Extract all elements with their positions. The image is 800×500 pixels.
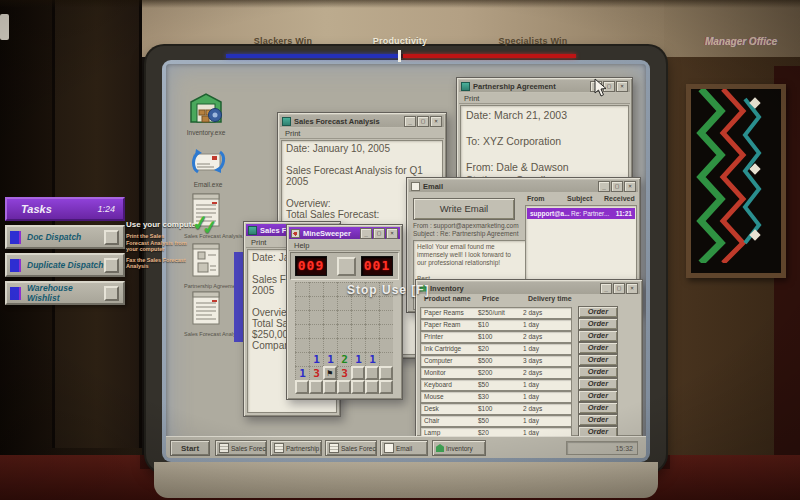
mine-cell[interactable] [351, 324, 365, 338]
order-button[interactable]: Order [578, 318, 618, 330]
mine-cell[interactable] [323, 282, 337, 296]
titlebar[interactable]: Sales Forecast Analysis _□× [280, 115, 444, 127]
mine-cell[interactable] [365, 380, 379, 394]
order-button[interactable]: Order [578, 330, 618, 342]
taskbar-button-email[interactable]: Email [380, 440, 428, 456]
order-button[interactable]: Order [578, 354, 618, 366]
close-icon[interactable]: × [626, 283, 638, 294]
close-icon[interactable]: × [430, 116, 442, 127]
order-button[interactable]: Order [578, 426, 618, 436]
maximize-icon[interactable]: □ [611, 181, 623, 192]
mine-cell[interactable] [351, 296, 365, 310]
mine-cell[interactable] [295, 324, 309, 338]
maximize-icon[interactable]: □ [373, 228, 385, 239]
mine-cell[interactable] [323, 338, 337, 352]
minimize-icon[interactable]: _ [598, 181, 610, 192]
mine-cell[interactable]: 1 [323, 352, 337, 366]
close-icon[interactable]: × [624, 181, 636, 192]
mine-cell[interactable]: 2 [337, 352, 351, 366]
mine-cell[interactable] [309, 324, 323, 338]
mine-cell[interactable] [323, 310, 337, 324]
mine-cell[interactable] [295, 296, 309, 310]
write-email-button[interactable]: Write Email [413, 198, 515, 220]
mine-cell[interactable] [379, 380, 393, 394]
mine-cell[interactable] [365, 296, 379, 310]
email-icon [190, 146, 226, 176]
mine-cell[interactable] [379, 296, 393, 310]
taskbar-button-inventory[interactable]: Inventory [432, 440, 486, 456]
titlebar[interactable]: MineSweeper _□× [289, 227, 400, 239]
mine-cell[interactable] [379, 366, 393, 380]
mine-cell[interactable] [309, 282, 323, 296]
mine-cell[interactable] [365, 366, 379, 380]
taskbar-button-partnership[interactable]: Partnership A [270, 440, 322, 456]
maximize-icon[interactable]: □ [417, 116, 429, 127]
mine-cell[interactable] [295, 352, 309, 366]
order-button[interactable]: Order [578, 390, 618, 402]
desktop-icon-email[interactable]: Email.exe [182, 146, 234, 188]
minimize-icon[interactable]: _ [600, 283, 612, 294]
start-button[interactable]: Start [170, 440, 210, 456]
close-icon[interactable]: × [386, 228, 398, 239]
mine-cell[interactable] [351, 380, 365, 394]
mine-cell[interactable] [337, 324, 351, 338]
mine-cell[interactable]: 3 [309, 366, 323, 380]
mine-cell[interactable] [323, 324, 337, 338]
taskbar-button-sales-1[interactable]: Sales Forecas [215, 440, 267, 456]
mine-cell[interactable]: 1 [365, 352, 379, 366]
desktop-icon-sales-doc-2[interactable]: Sales Forecast Analysis.txt [184, 288, 228, 337]
menu-help[interactable]: Help [289, 240, 400, 251]
order-button[interactable]: Order [578, 378, 618, 390]
mine-cell[interactable] [379, 338, 393, 352]
mine-cell[interactable]: 1 [309, 352, 323, 366]
taskbar-button-sales-2[interactable]: Sales Forecas [325, 440, 377, 456]
order-button[interactable]: Order [578, 306, 618, 318]
mine-cell[interactable] [309, 310, 323, 324]
mine-cell[interactable] [351, 366, 365, 380]
task-checkbox[interactable] [104, 258, 119, 273]
mine-cell[interactable] [295, 282, 309, 296]
minesweeper-counter-panel: 009 001 [290, 252, 399, 280]
task-checkbox[interactable] [104, 286, 119, 301]
titlebar[interactable]: Email _□× [409, 180, 638, 192]
minimize-icon[interactable]: _ [404, 116, 416, 127]
titlebar[interactable]: Inventory _□× [418, 282, 640, 294]
desktop-icon-inventory[interactable]: Inventory.exe [180, 92, 232, 136]
inventory-item-field: Lamp$201 day [420, 427, 572, 436]
order-button[interactable]: Order [578, 366, 618, 378]
mine-cell[interactable]: 1 [351, 352, 365, 366]
task-checkbox[interactable] [104, 230, 119, 245]
mine-cell[interactable] [337, 296, 351, 310]
mine-cell[interactable] [309, 296, 323, 310]
mine-cell[interactable] [379, 324, 393, 338]
mine-cell[interactable] [365, 338, 379, 352]
mine-cell[interactable] [309, 380, 323, 394]
mine-cell[interactable] [351, 310, 365, 324]
close-icon[interactable]: × [616, 81, 628, 92]
mine-cell[interactable] [379, 352, 393, 366]
mine-cell[interactable] [337, 338, 351, 352]
menu-print[interactable]: Print [280, 128, 444, 139]
order-button[interactable]: Order [578, 414, 618, 426]
mine-cell[interactable] [323, 380, 337, 394]
mine-cell[interactable] [365, 324, 379, 338]
maximize-icon[interactable]: □ [613, 283, 625, 294]
mine-cell[interactable] [295, 310, 309, 324]
mine-cell[interactable] [351, 338, 365, 352]
order-button[interactable]: Order [578, 402, 618, 414]
mine-cell[interactable] [295, 380, 309, 394]
email-list-row-selected[interactable]: support@a... Re: Partner... 11:21 [527, 208, 635, 219]
mine-cell[interactable] [295, 338, 309, 352]
minimize-icon[interactable]: _ [360, 228, 372, 239]
mine-cell[interactable] [379, 310, 393, 324]
mine-cell[interactable] [323, 296, 337, 310]
mine-cell[interactable] [337, 380, 351, 394]
mine-cell[interactable] [309, 338, 323, 352]
mine-cell[interactable]: 3 [337, 366, 351, 380]
mine-cell[interactable] [365, 310, 379, 324]
mine-cell-flag[interactable]: ⚑ [323, 366, 337, 380]
mine-cell[interactable] [337, 310, 351, 324]
order-button[interactable]: Order [578, 342, 618, 354]
mine-cell[interactable]: 1 [295, 366, 309, 380]
reset-button[interactable] [337, 257, 356, 276]
